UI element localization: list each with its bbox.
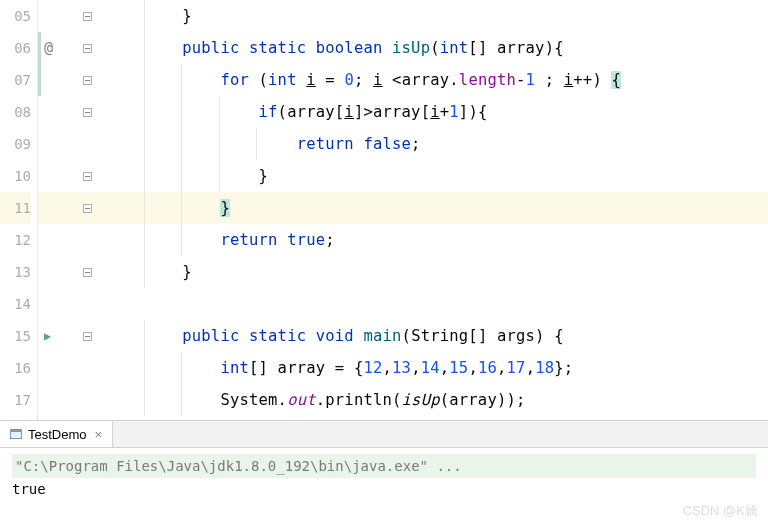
code-line[interactable]: }	[94, 256, 768, 288]
code-line[interactable]: int[] array = {12,13,14,15,16,17,18};	[94, 352, 768, 384]
line-number: 13	[0, 256, 31, 288]
fold-toggle-icon[interactable]	[83, 12, 92, 21]
fold-toggle-icon[interactable]	[83, 44, 92, 53]
code-area[interactable]: } public static boolean isUp(int[] array…	[94, 0, 768, 420]
watermark: CSDN @K嬌	[683, 502, 758, 520]
run-console[interactable]: "C:\Program Files\Java\jdk1.8.0_192\bin\…	[0, 448, 768, 506]
code-line[interactable]: public static void main(String[] args) {	[94, 320, 768, 352]
line-number: 12	[0, 224, 31, 256]
line-number: 09	[0, 128, 31, 160]
fold-toggle-icon[interactable]	[83, 76, 92, 85]
line-number: 15	[0, 320, 31, 352]
line-number: 06	[0, 32, 31, 64]
run-icon[interactable]: ▶	[44, 320, 51, 352]
code-line[interactable]: if(array[i]>array[i+1]){	[94, 96, 768, 128]
fold-toggle-icon[interactable]	[83, 108, 92, 117]
close-icon[interactable]: ×	[93, 427, 103, 442]
line-number: 17	[0, 384, 31, 416]
code-line[interactable]: return true;	[94, 224, 768, 256]
fold-toggle-icon[interactable]	[83, 268, 92, 277]
fold-toggle-icon[interactable]	[83, 172, 92, 181]
code-line[interactable]	[94, 288, 768, 320]
gutter-annotations: @▶	[38, 0, 80, 420]
line-number: 05	[0, 0, 31, 32]
code-line[interactable]: for (int i = 0; i <array.length-1 ; i++)…	[94, 64, 768, 96]
run-tab-label: TestDemo	[28, 427, 87, 442]
line-number: 14	[0, 288, 31, 320]
code-line[interactable]: }	[94, 0, 768, 32]
vcs-change-bar	[38, 32, 41, 96]
line-number: 08	[0, 96, 31, 128]
code-line[interactable]: public static boolean isUp(int[] array){	[94, 32, 768, 64]
code-editor[interactable]: 05060708091011121314151617 @▶ } public s…	[0, 0, 768, 420]
fold-toggle-icon[interactable]	[83, 204, 92, 213]
line-number: 10	[0, 160, 31, 192]
code-line[interactable]: return false;	[94, 128, 768, 160]
line-number-gutter: 05060708091011121314151617	[0, 0, 38, 420]
code-line[interactable]: System.out.println(isUp(array));	[94, 384, 768, 416]
line-number: 16	[0, 352, 31, 384]
fold-toggle-icon[interactable]	[83, 332, 92, 341]
run-panel-tabs: TestDemo ×	[0, 420, 768, 448]
code-line[interactable]: }	[94, 192, 768, 224]
line-number: 11	[0, 192, 31, 224]
run-tab-testdemo[interactable]: TestDemo ×	[0, 421, 113, 447]
line-number: 07	[0, 64, 31, 96]
console-command-line: "C:\Program Files\Java\jdk1.8.0_192\bin\…	[12, 454, 756, 478]
window-icon	[10, 429, 22, 439]
code-line[interactable]: }	[94, 160, 768, 192]
fold-column	[80, 0, 94, 420]
override-marker-icon: @	[44, 32, 53, 64]
console-output: true	[12, 478, 756, 500]
